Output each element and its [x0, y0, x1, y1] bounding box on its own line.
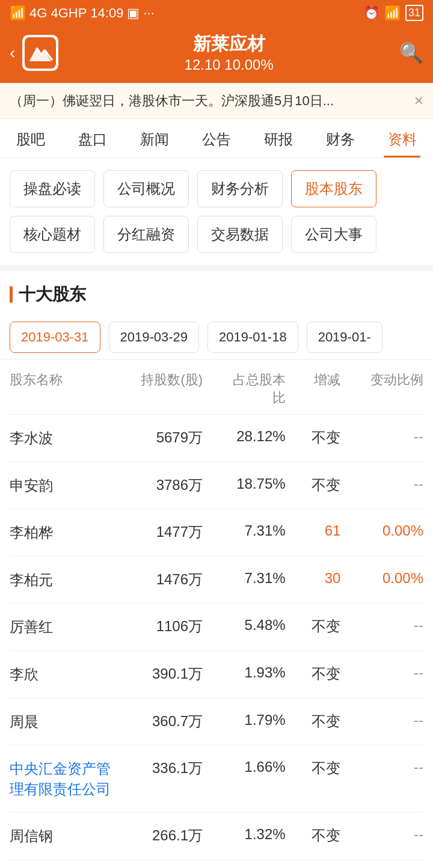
- tab-notice[interactable]: 公告: [186, 119, 248, 157]
- cat-btn-caopan[interactable]: 操盘必读: [10, 170, 95, 207]
- tab-report[interactable]: 研报: [247, 119, 309, 157]
- table-row: 临沂润商资产管理中心(有限合伙) 135.8万 0.67% 新进 --: [10, 860, 423, 868]
- cell-pct: 1.32%: [203, 826, 286, 843]
- notice-close-button[interactable]: ×: [408, 91, 423, 110]
- signal-text: 4G 4GHP: [29, 5, 87, 21]
- cell-change: 不变: [286, 617, 341, 636]
- date-tab-2019-03-29[interactable]: 2019-03-29: [109, 322, 200, 353]
- cell-shares: 266.1万: [111, 826, 203, 845]
- stock-change: 10.00%: [224, 57, 273, 73]
- header-name: 股东名称: [10, 371, 111, 407]
- cell-name: 申安韵: [10, 475, 111, 496]
- table-row: 李水波 5679万 28.12% 不变 --: [10, 415, 423, 462]
- battery-icon: 31: [405, 5, 423, 21]
- cell-name: 李柏桦: [10, 522, 111, 543]
- date-tab-2019-03-31[interactable]: 2019-03-31: [10, 322, 100, 353]
- cell-change: 不变: [286, 428, 341, 447]
- cell-change: 不变: [286, 759, 341, 778]
- header-pct-line1: 占总股本: [203, 371, 286, 389]
- cat-btn-fenhong[interactable]: 分红融资: [103, 216, 189, 253]
- cell-pct: 7.31%: [203, 522, 286, 539]
- tab-guba[interactable]: 股吧: [0, 119, 62, 157]
- notice-bar: （周一）佛诞翌日，港股休市一天。沪深股通5月10日... ×: [0, 83, 433, 119]
- cell-shares: 336.1万: [111, 759, 203, 778]
- logo-icon: [25, 37, 56, 69]
- date-tab-2019-01-18[interactable]: 2019-01-18: [207, 322, 298, 353]
- wifi-icon: 📶: [384, 5, 401, 21]
- tab-pankou[interactable]: 盘口: [62, 119, 124, 157]
- cell-pct: 18.75%: [203, 475, 286, 492]
- cell-change: 30: [286, 570, 341, 587]
- table-row: 周信钢 266.1万 1.32% 不变 --: [10, 813, 423, 860]
- section-title-text: 十大股东: [19, 283, 86, 306]
- tab-bar: 股吧盘口新闻公告研报财务资料: [0, 119, 433, 158]
- search-button[interactable]: 🔍: [399, 41, 423, 64]
- date-tab-2019-01-[interactable]: 2019-01-: [307, 322, 382, 353]
- cat-btn-guben[interactable]: 股本股东: [291, 170, 376, 207]
- table-header: 股东名称 持股数(股) 占总股本 比 增减 变动比例: [10, 360, 423, 415]
- cell-change: 61: [286, 522, 341, 539]
- stock-name: 新莱应材: [66, 32, 392, 57]
- signal-icon: 📶: [10, 5, 26, 21]
- category-section: 操盘必读公司概况财务分析股本股东核心题材分红融资交易数据公司大事: [0, 158, 433, 265]
- cell-ratio: 0.00%: [340, 522, 423, 539]
- date-tabs: 2019-03-312019-03-292019-01-182019-01-: [0, 312, 433, 359]
- cell-shares: 390.1万: [111, 664, 203, 683]
- table-row: 李柏桦 1477万 7.31% 61 0.00%: [10, 509, 423, 557]
- header-ratio: 变动比例: [340, 371, 423, 407]
- cell-name: 周信钢: [10, 826, 111, 846]
- cell-ratio: --: [340, 826, 423, 843]
- cat-btn-jiaoyi[interactable]: 交易数据: [197, 216, 283, 253]
- shareholder-link[interactable]: 中央汇金资产管理有限责任公司: [10, 760, 111, 797]
- stock-info: 新莱应材 12.10 10.00%: [66, 32, 392, 73]
- cell-change: 不变: [286, 475, 341, 495]
- tab-news[interactable]: 新闻: [124, 119, 186, 157]
- header-pct-line2: 比: [203, 389, 286, 407]
- cell-name: 中央汇金资产管理有限责任公司: [10, 759, 111, 799]
- cell-pct: 5.48%: [203, 617, 286, 634]
- cell-ratio: --: [340, 759, 423, 775]
- cell-ratio: --: [340, 475, 423, 492]
- cat-btn-gongsi2[interactable]: 公司大事: [291, 216, 376, 253]
- cat-btn-hexin[interactable]: 核心题材: [10, 216, 95, 253]
- cell-shares: 1476万: [111, 570, 203, 589]
- table-row: 申安韵 3786万 18.75% 不变 --: [10, 462, 423, 510]
- stock-price: 12.10: [185, 57, 221, 73]
- cell-shares: 360.7万: [111, 712, 203, 731]
- record-icon: ▣: [127, 5, 140, 21]
- header-shares: 持股数(股): [111, 371, 203, 407]
- back-button[interactable]: ‹: [10, 43, 15, 63]
- cell-ratio: 0.00%: [340, 570, 423, 587]
- cell-ratio: --: [340, 664, 423, 681]
- status-right: ⏰ 📶 31: [363, 5, 423, 21]
- cell-pct: 28.12%: [203, 428, 286, 445]
- cell-name: 李欣: [10, 664, 111, 685]
- tab-info[interactable]: 资料: [371, 119, 433, 157]
- table-rows: 李水波 5679万 28.12% 不变 -- 申安韵 3786万 18.75% …: [10, 415, 423, 868]
- cat-btn-gongsi[interactable]: 公司概况: [103, 170, 189, 207]
- table-row: 李欣 390.1万 1.93% 不变 --: [10, 651, 423, 698]
- cell-change: 不变: [286, 826, 341, 845]
- time-display: 14:09: [90, 5, 123, 21]
- title-bar-decoration: [10, 286, 13, 303]
- cell-change: 不变: [286, 664, 341, 683]
- cell-ratio: --: [340, 617, 423, 634]
- table-row: 李柏元 1476万 7.31% 30 0.00%: [10, 557, 423, 604]
- cell-shares: 3786万: [111, 475, 203, 495]
- cell-ratio: --: [340, 712, 423, 729]
- notice-text: （周一）佛诞翌日，港股休市一天。沪深股通5月10日...: [10, 92, 408, 110]
- cell-shares: 1106万: [111, 617, 203, 636]
- cell-ratio: --: [340, 428, 423, 445]
- cell-shares: 1477万: [111, 522, 203, 542]
- cell-name: 厉善红: [10, 617, 111, 637]
- header-pct: 占总股本 比: [203, 371, 286, 407]
- header: ‹ 新莱应材 12.10 10.00% 🔍: [0, 26, 433, 83]
- cell-name: 李水波: [10, 428, 111, 448]
- table-row: 中央汇金资产管理有限责任公司 336.1万 1.66% 不变 --: [10, 745, 423, 813]
- cat-btn-caiwu[interactable]: 财务分析: [197, 170, 283, 207]
- shareholders-table: 股东名称 持股数(股) 占总股本 比 增减 变动比例 李水波 5679万 28.…: [0, 360, 433, 868]
- cell-name: 李柏元: [10, 570, 111, 590]
- alarm-icon: ⏰: [363, 5, 379, 21]
- tab-finance[interactable]: 财务: [309, 119, 371, 157]
- cell-pct: 1.79%: [203, 712, 286, 729]
